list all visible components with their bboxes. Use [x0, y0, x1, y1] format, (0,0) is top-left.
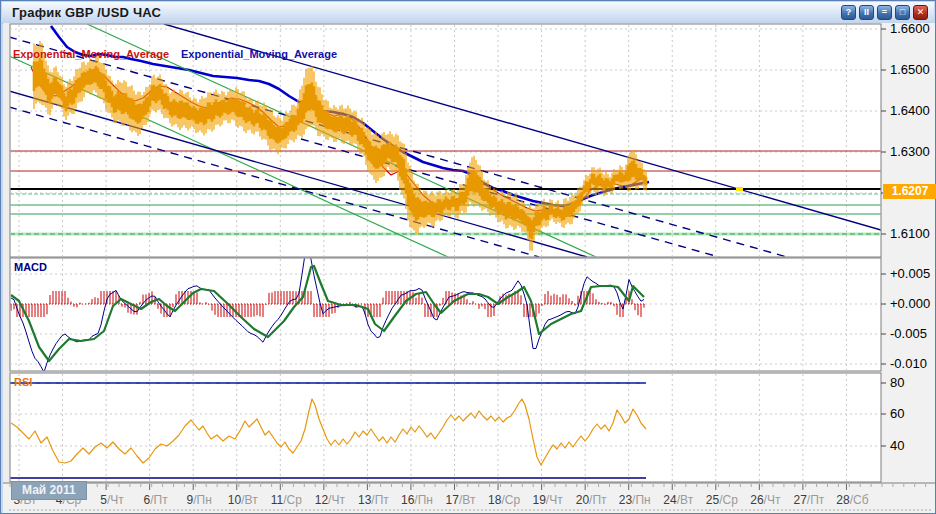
date-label: 20/Пт: [576, 493, 607, 507]
date-label: 6/Пт: [144, 493, 169, 507]
chart-client-area: 1.66001.65001.64001.63001.62001.6100+0.0…: [3, 23, 933, 511]
date-label: 13/Пт: [358, 493, 389, 507]
date-label: 27/Пт: [793, 493, 824, 507]
date-label: 25/Ср: [706, 493, 738, 507]
date-label: 11/Ср: [271, 493, 302, 507]
svg-text:1.6600: 1.6600: [890, 23, 930, 36]
pause-button[interactable]: II: [859, 5, 874, 20]
date-label: 18/Ср: [488, 493, 520, 507]
svg-text:40: 40: [890, 438, 904, 453]
date-label: 5/Чт: [100, 493, 124, 507]
ema-slow-label: Exponential_Moving_Average: [181, 48, 337, 60]
month-badge: Май 2011: [11, 481, 87, 500]
date-label: 26/Чт: [750, 493, 781, 507]
svg-text:60: 60: [890, 406, 904, 421]
svg-text:1.6500: 1.6500: [890, 62, 930, 77]
svg-text:-0.005: -0.005: [890, 326, 927, 341]
macd-pane: [10, 258, 881, 371]
date-label: 16/Пн: [401, 493, 433, 507]
current-price-tag: 1.6207: [883, 184, 936, 199]
chart-canvas: 1.66001.65001.64001.63001.62001.6100+0.0…: [3, 23, 935, 513]
close-button[interactable]: ✕: [913, 5, 928, 20]
chart-window: График GBP /USD ЧАС ?II=□✕ 1.66001.65001…: [0, 0, 936, 514]
maximize-button[interactable]: □: [895, 5, 910, 20]
date-label: 10/Вт: [228, 493, 258, 507]
date-label: 17/Вт: [446, 493, 476, 507]
svg-text:80: 80: [890, 375, 904, 390]
date-label: 24/Вт: [663, 493, 693, 507]
minimize-button[interactable]: =: [877, 5, 892, 20]
date-label: 28/Сб: [836, 493, 868, 507]
svg-text:+0.005: +0.005: [890, 266, 930, 281]
help-button[interactable]: ?: [841, 5, 856, 20]
rsi-indicator-label: RSI: [14, 376, 32, 388]
trendline-cross-marker: [736, 187, 743, 191]
svg-text:1.6400: 1.6400: [890, 103, 930, 118]
date-label: 12/Чт: [315, 493, 346, 507]
window-controls: ?II=□✕: [841, 5, 928, 20]
svg-text:+0.000: +0.000: [890, 296, 930, 311]
chart-backgrounds: [3, 23, 935, 513]
date-label: 9/Пн: [187, 493, 212, 507]
rsi-pane: [10, 373, 881, 482]
ema-fast-label: Exponential_Moving_Average: [13, 48, 169, 60]
svg-text:1.6300: 1.6300: [890, 144, 930, 159]
window-title: График GBP /USD ЧАС: [2, 5, 161, 20]
svg-text:1.6100: 1.6100: [890, 226, 930, 241]
window-titlebar[interactable]: График GBP /USD ЧАС ?II=□✕: [2, 2, 934, 24]
date-label: 19/Чт: [533, 493, 564, 507]
date-label: 23/Пн: [619, 493, 651, 507]
macd-indicator-label: MACD: [14, 261, 47, 273]
svg-text:-0.010: -0.010: [890, 356, 927, 371]
